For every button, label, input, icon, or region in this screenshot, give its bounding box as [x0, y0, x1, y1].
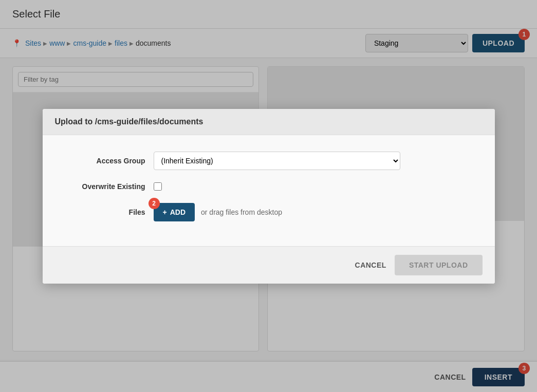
- modal-footer: CANCEL START UPLOAD: [43, 246, 495, 284]
- access-group-select[interactable]: (Inherit Existing) Admin Public: [154, 152, 400, 170]
- add-label: ADD: [170, 208, 186, 216]
- plus-icon: +: [163, 208, 167, 216]
- access-group-label: Access Group: [63, 157, 145, 165]
- modal-overlay: Upload to /cms-guide/files/documents Acc…: [0, 0, 537, 392]
- start-upload-button[interactable]: START UPLOAD: [395, 255, 483, 275]
- upload-modal: Upload to /cms-guide/files/documents Acc…: [43, 109, 495, 284]
- add-files-button[interactable]: + ADD 2: [154, 203, 195, 221]
- files-label: Files: [63, 208, 145, 216]
- modal-body: Access Group (Inherit Existing) Admin Pu…: [43, 135, 495, 246]
- overwrite-checkbox[interactable]: [154, 182, 162, 191]
- access-group-row: Access Group (Inherit Existing) Admin Pu…: [63, 152, 474, 170]
- modal-header: Upload to /cms-guide/files/documents: [43, 109, 495, 135]
- overwrite-row: Overwrite Existing: [63, 182, 474, 191]
- overwrite-label: Overwrite Existing: [63, 182, 145, 191]
- add-badge: 2: [149, 198, 160, 209]
- modal-cancel-button[interactable]: CANCEL: [355, 261, 386, 269]
- drag-text: or drag files from desktop: [201, 208, 282, 216]
- modal-title: Upload to /cms-guide/files/documents: [55, 117, 203, 126]
- files-row: Files + ADD 2 or drag files from desktop: [63, 203, 474, 221]
- overwrite-checkbox-wrapper: [154, 182, 162, 191]
